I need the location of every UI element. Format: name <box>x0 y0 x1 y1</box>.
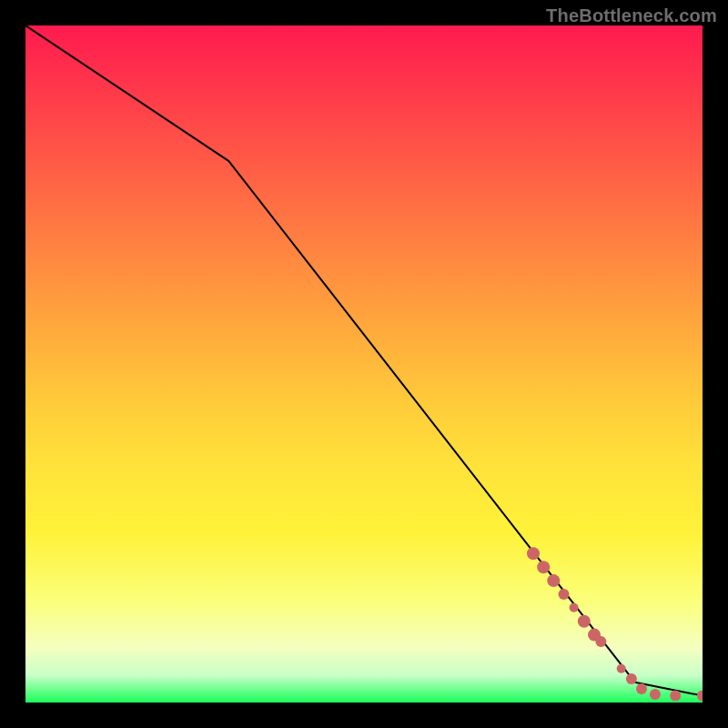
marker-dot <box>570 603 579 612</box>
highlight-markers <box>527 547 703 701</box>
marker-dot <box>697 691 703 702</box>
chart-svg <box>25 25 703 703</box>
watermark-text: TheBottleneck.com <box>546 5 717 26</box>
marker-dot <box>578 615 591 628</box>
marker-dot <box>527 547 540 560</box>
marker-dot <box>636 683 647 694</box>
marker-dot <box>547 574 560 587</box>
marker-dot <box>559 589 570 600</box>
marker-dot <box>650 689 661 700</box>
marker-dot <box>670 691 681 702</box>
main-curve <box>25 25 703 696</box>
chart-frame: TheBottleneck.com <box>0 0 728 728</box>
marker-dot <box>595 636 606 647</box>
marker-dot <box>537 561 550 573</box>
marker-dot <box>626 673 637 684</box>
plot-background <box>25 25 703 703</box>
marker-dot <box>617 664 626 673</box>
